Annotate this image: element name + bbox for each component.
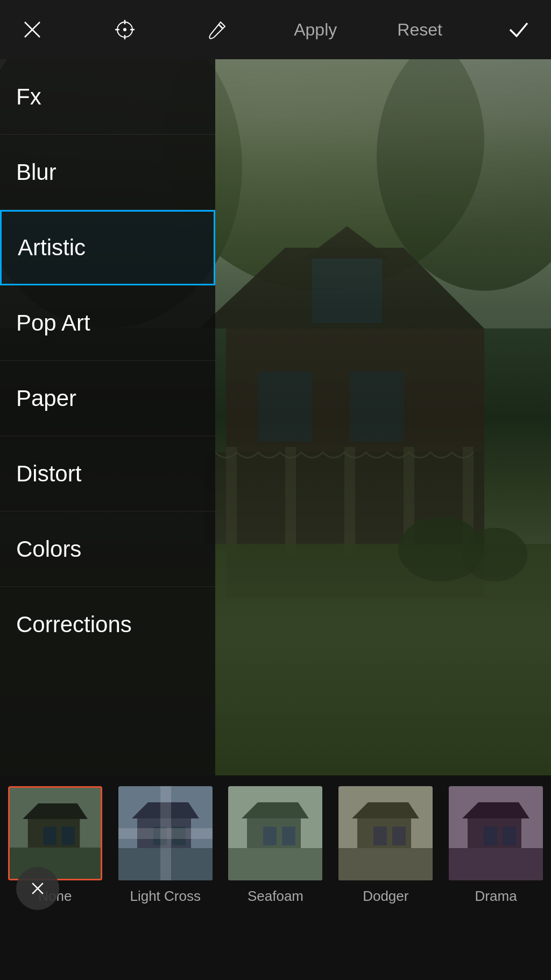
svg-rect-47 xyxy=(228,848,322,880)
svg-rect-21 xyxy=(285,447,296,555)
reset-button[interactable]: Reset xyxy=(397,20,442,40)
sidebar-item-blur[interactable]: Blur xyxy=(0,135,215,210)
filter-item-drama[interactable]: Drama xyxy=(441,781,551,905)
svg-rect-57 xyxy=(484,827,497,845)
svg-rect-51 xyxy=(373,827,387,845)
filter-thumb-none xyxy=(8,786,102,880)
filter-item-dodger[interactable]: Dodger xyxy=(330,781,441,905)
svg-rect-15 xyxy=(312,258,382,323)
sidebar-item-popart[interactable]: Pop Art xyxy=(0,285,215,361)
close-bottom-button[interactable] xyxy=(16,867,59,910)
svg-point-7 xyxy=(123,28,126,31)
close-button[interactable] xyxy=(16,13,48,46)
sidebar-item-colors[interactable]: Colors xyxy=(0,512,215,587)
svg-rect-59 xyxy=(449,848,543,880)
filter-item-seafoam[interactable]: Seafoam xyxy=(221,781,331,905)
svg-rect-31 xyxy=(44,827,56,845)
sidebar-item-corrections[interactable]: Corrections xyxy=(0,587,215,662)
svg-rect-17 xyxy=(258,372,312,442)
toolbar: Apply Reset xyxy=(0,0,551,59)
sidebar-item-paper[interactable]: Paper xyxy=(0,361,215,436)
svg-rect-46 xyxy=(282,827,295,845)
filter-thumb-dodger xyxy=(338,786,433,880)
svg-point-27 xyxy=(463,528,527,582)
brush-button[interactable] xyxy=(201,13,234,46)
svg-rect-45 xyxy=(263,827,277,845)
apply-button[interactable]: Apply xyxy=(294,20,337,40)
confirm-button[interactable] xyxy=(503,13,535,46)
svg-rect-32 xyxy=(61,827,74,845)
svg-rect-58 xyxy=(503,827,516,845)
filter-thumb-lightcross xyxy=(118,786,213,880)
svg-rect-20 xyxy=(226,447,237,555)
sidebar-item-distort[interactable]: Distort xyxy=(0,436,215,512)
filter-strip: None Light Cross xyxy=(0,775,551,980)
svg-rect-53 xyxy=(338,848,433,880)
svg-rect-22 xyxy=(344,447,355,555)
svg-rect-18 xyxy=(350,372,404,442)
sidebar-menu: Fx Blur Artistic Pop Art Paper Distort C… xyxy=(0,59,215,775)
svg-rect-52 xyxy=(392,827,406,845)
filter-item-lightcross[interactable]: Light Cross xyxy=(110,781,221,905)
filter-thumb-seafoam xyxy=(228,786,322,880)
filter-thumb-drama xyxy=(449,786,543,880)
svg-line-8 xyxy=(218,24,223,29)
crosshair-button[interactable] xyxy=(109,13,141,46)
sidebar-item-fx[interactable]: Fx xyxy=(0,59,215,135)
sidebar-item-artistic[interactable]: Artistic xyxy=(0,210,215,285)
